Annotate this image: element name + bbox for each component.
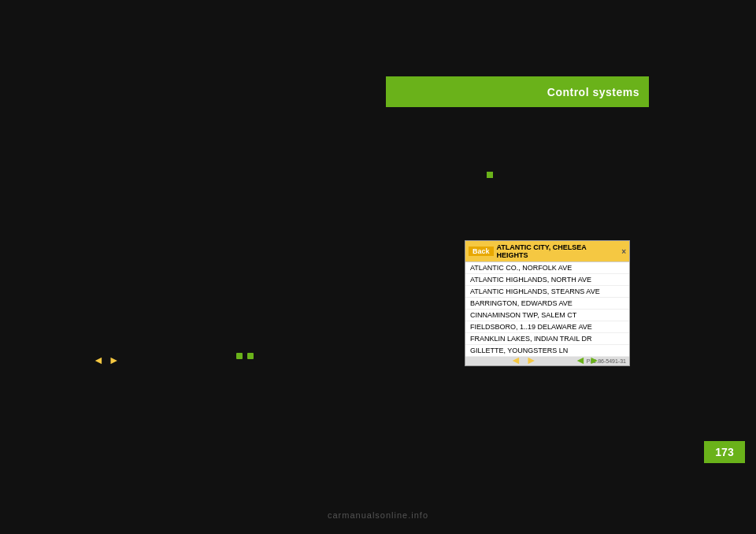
right-area-right-arrow-icon[interactable] — [526, 353, 537, 367]
list-item[interactable]: ATLANTIC CO., NORFOLK AVE — [465, 262, 629, 274]
popup-footer: P82.86-5491-31 — [465, 357, 629, 365]
header-bar: Control systems — [386, 76, 649, 107]
right-area-left-arrow-icon[interactable] — [510, 353, 521, 367]
arrow-group-green-right — [575, 353, 600, 367]
arrow-group-right-yellow — [510, 353, 537, 367]
header-title: Control systems — [547, 86, 639, 98]
green-dot-right — [247, 353, 254, 359]
right-arrow-icon[interactable] — [109, 353, 120, 367]
arrow-group-center — [236, 353, 254, 359]
watermark: carmanualsonline.info — [0, 510, 756, 520]
list-item[interactable]: FIELDSBORO, 1..19 DELAWARE AVE — [465, 321, 629, 333]
popup-header: Back ATLANTIC CITY, CHELSEA HEIGHTS × — [465, 241, 629, 262]
close-button[interactable]: × — [621, 247, 626, 256]
nav-list: ATLANTIC CO., NORFOLK AVE ATLANTIC HIGHL… — [465, 262, 629, 357]
green-dot-left — [236, 353, 243, 359]
arrow-group-left — [93, 353, 120, 367]
green-right-arrow-icon[interactable] — [589, 353, 600, 367]
green-indicator-dot — [487, 172, 493, 178]
back-button[interactable]: Back — [469, 247, 494, 256]
popup-header-text: ATLANTIC CITY, CHELSEA HEIGHTS — [497, 243, 619, 259]
page-number: 173 — [704, 441, 745, 463]
list-item[interactable]: FRANKLIN LAKES, INDIAN TRAIL DR — [465, 333, 629, 345]
list-item[interactable]: GILLETTE, YOUNGSTERS LN — [465, 345, 629, 357]
green-left-arrow-icon[interactable] — [575, 353, 586, 367]
navigation-popup: Back ATLANTIC CITY, CHELSEA HEIGHTS × AT… — [465, 240, 630, 366]
list-item[interactable]: BARRINGTON, EDWARDS AVE — [465, 298, 629, 310]
list-item[interactable]: ATLANTIC HIGHLANDS, NORTH AVE — [465, 274, 629, 286]
list-item[interactable]: ATLANTIC HIGHLANDS, STEARNS AVE — [465, 286, 629, 298]
list-item[interactable]: CINNAMINSON TWP, SALEM CT — [465, 310, 629, 321]
left-arrow-icon[interactable] — [93, 353, 104, 367]
